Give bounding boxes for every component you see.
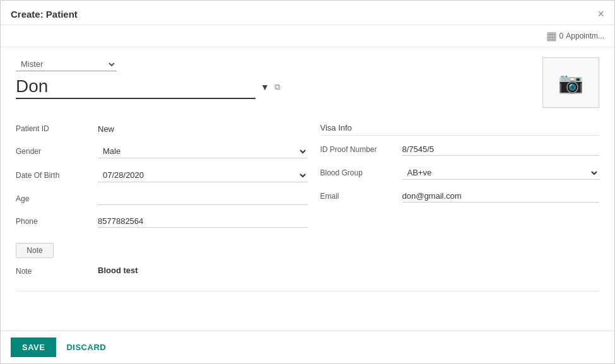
close-button[interactable]: × — [597, 8, 604, 20]
blood-group-row: Blood Group A+ve A-ve B+ve B-ve AB+ve AB… — [320, 161, 600, 185]
age-label: Age — [16, 194, 98, 203]
email-label: Email — [320, 192, 402, 201]
age-input[interactable] — [98, 192, 308, 205]
patient-name-area: Mister Miss Mrs Dr Prof ▼ ⧉ — [16, 57, 532, 99]
id-proof-input[interactable] — [402, 143, 600, 156]
email-row: Email — [320, 185, 600, 208]
form-grid: Patient ID New Gender Male Female Other … — [16, 118, 599, 233]
patient-id-label: Patient ID — [16, 124, 98, 133]
note-field-row: Note Blood test — [16, 263, 599, 278]
appointment-button[interactable]: ▦ 0 Appointm... — [546, 29, 604, 43]
patient-photo[interactable]: 📷 — [542, 57, 599, 108]
name-dropdown-icon[interactable]: ▼ — [261, 82, 269, 92]
note-section: Note Note Blood test — [16, 243, 599, 278]
patient-id-row: Patient ID New — [16, 118, 308, 139]
modal-header: Create: Patient × — [1, 1, 614, 25]
salutation-select[interactable]: Mister Miss Mrs Dr Prof — [16, 57, 117, 71]
appointment-count: 0 — [559, 32, 564, 40]
modal-body: Mister Miss Mrs Dr Prof ▼ ⧉ 📷 — [1, 47, 614, 331]
phone-label: Phone — [16, 217, 98, 226]
camera-icon: 📷 — [558, 71, 583, 95]
divider — [16, 291, 599, 291]
modal-footer: SAVE DISCARD — [1, 331, 614, 363]
visa-section-title: Visa Info — [320, 118, 600, 136]
blood-group-select[interactable]: A+ve A-ve B+ve B-ve AB+ve AB-ve O+ve O-v… — [402, 166, 600, 180]
form-right: Visa Info ID Proof Number Blood Group A+… — [308, 118, 600, 233]
form-left: Patient ID New Gender Male Female Other … — [16, 118, 308, 233]
patient-id-value: New — [98, 124, 308, 134]
id-proof-row: ID Proof Number — [320, 138, 600, 161]
phone-input[interactable] — [98, 215, 308, 228]
calendar-icon: ▦ — [546, 29, 557, 43]
create-patient-modal: Create: Patient × ▦ 0 Appointm... Mister… — [0, 0, 615, 364]
dob-select[interactable]: 07/28/2020 — [98, 168, 308, 182]
modal-title: Create: Patient — [11, 9, 78, 20]
external-link-icon[interactable]: ⧉ — [274, 82, 280, 92]
id-proof-label: ID Proof Number — [320, 145, 402, 154]
gender-select[interactable]: Male Female Other — [98, 144, 308, 158]
dob-row: Date Of Birth 07/28/2020 — [16, 163, 308, 187]
note-value: Blood test — [98, 266, 138, 275]
note-label: Note — [16, 266, 98, 276]
top-section: Mister Miss Mrs Dr Prof ▼ ⧉ 📷 — [16, 57, 599, 108]
email-input[interactable] — [402, 190, 600, 203]
discard-button[interactable]: DISCARD — [66, 343, 106, 352]
save-button[interactable]: SAVE — [11, 338, 56, 357]
patient-name-input[interactable] — [16, 75, 255, 99]
blood-group-label: Blood Group — [320, 168, 402, 177]
note-button[interactable]: Note — [16, 243, 54, 258]
name-row: ▼ ⧉ — [16, 75, 532, 99]
modal-toolbar: ▦ 0 Appointm... — [1, 25, 614, 47]
gender-label: Gender — [16, 147, 98, 156]
gender-row: Gender Male Female Other — [16, 139, 308, 163]
appointment-label: Appointm... — [566, 32, 604, 40]
dob-label: Date Of Birth — [16, 171, 98, 180]
phone-row: Phone — [16, 210, 308, 233]
age-row: Age — [16, 187, 308, 210]
